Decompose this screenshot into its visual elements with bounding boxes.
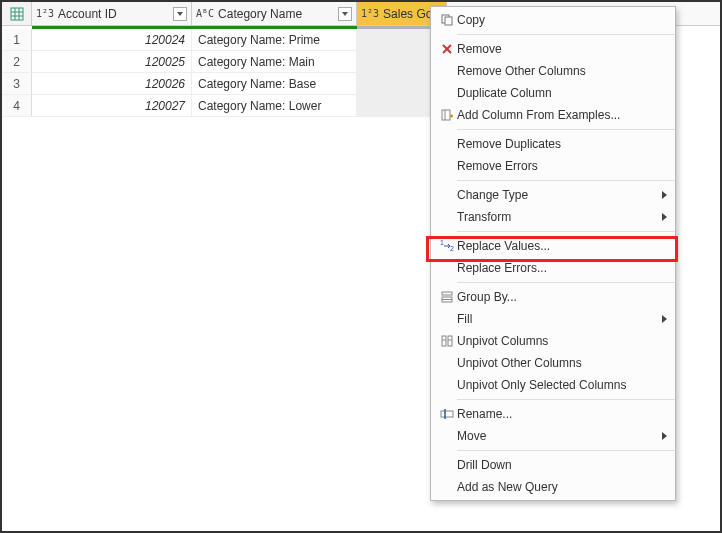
menu-add-as-new-query[interactable]: Add as New Query	[431, 476, 675, 498]
cell-account-id[interactable]: 120026	[32, 73, 192, 95]
menu-separator	[457, 129, 675, 130]
svg-rect-13	[442, 292, 452, 295]
add-column-icon	[437, 108, 457, 122]
svg-text:2: 2	[450, 245, 454, 252]
menu-group-by[interactable]: Group By...	[431, 286, 675, 308]
rename-icon	[437, 407, 457, 421]
cell-category[interactable]: Category Name: Base	[192, 73, 357, 95]
cell-sales-goal[interactable]	[357, 29, 439, 51]
column-header-category-name[interactable]: AᴮC Category Name	[192, 2, 357, 25]
menu-transform[interactable]: Transform	[431, 206, 675, 228]
remove-icon	[437, 43, 457, 55]
svg-rect-17	[448, 336, 452, 346]
menu-remove-errors[interactable]: Remove Errors	[431, 155, 675, 177]
row-number: 2	[2, 51, 32, 73]
menu-move[interactable]: Move	[431, 425, 675, 447]
cell-account-id[interactable]: 120027	[32, 95, 192, 117]
menu-separator	[457, 399, 675, 400]
filter-dropdown-icon[interactable]	[173, 7, 187, 21]
menu-remove-duplicates[interactable]: Remove Duplicates	[431, 133, 675, 155]
menu-change-type[interactable]: Change Type	[431, 184, 675, 206]
svg-text:1: 1	[440, 239, 444, 246]
table-corner-cell[interactable]	[2, 2, 32, 25]
menu-unpivot-other-columns[interactable]: Unpivot Other Columns	[431, 352, 675, 374]
menu-add-column-from-examples[interactable]: Add Column From Examples...	[431, 104, 675, 126]
number-type-icon: 1²3	[361, 8, 379, 19]
cell-category[interactable]: Category Name: Lower	[192, 95, 357, 117]
cell-sales-goal[interactable]	[357, 95, 439, 117]
svg-rect-9	[442, 110, 450, 120]
filter-dropdown-icon[interactable]	[338, 7, 352, 21]
menu-unpivot-columns[interactable]: Unpivot Columns	[431, 330, 675, 352]
svg-rect-0	[11, 8, 23, 20]
menu-drill-down[interactable]: Drill Down	[431, 454, 675, 476]
menu-separator	[457, 180, 675, 181]
cell-category[interactable]: Category Name: Main	[192, 51, 357, 73]
context-menu: Copy Remove Remove Other Columns Duplica…	[430, 6, 676, 501]
cell-account-id[interactable]: 120025	[32, 51, 192, 73]
text-type-icon: AᴮC	[196, 8, 214, 19]
menu-remove[interactable]: Remove	[431, 38, 675, 60]
replace-values-icon: 12	[437, 239, 457, 253]
menu-rename[interactable]: Rename...	[431, 403, 675, 425]
cell-category[interactable]: Category Name: Prime	[192, 29, 357, 51]
row-number: 1	[2, 29, 32, 51]
row-number: 4	[2, 95, 32, 117]
column-name: Account ID	[58, 7, 169, 21]
submenu-arrow-icon	[657, 210, 667, 224]
submenu-arrow-icon	[657, 188, 667, 202]
submenu-arrow-icon	[657, 312, 667, 326]
column-header-account-id[interactable]: 1²3 Account ID	[32, 2, 192, 25]
menu-remove-other-columns[interactable]: Remove Other Columns	[431, 60, 675, 82]
cell-account-id[interactable]: 120024	[32, 29, 192, 51]
menu-unpivot-only-selected[interactable]: Unpivot Only Selected Columns	[431, 374, 675, 396]
menu-separator	[457, 450, 675, 451]
svg-rect-6	[445, 17, 452, 25]
svg-rect-16	[442, 336, 446, 346]
menu-separator	[457, 231, 675, 232]
menu-separator	[457, 34, 675, 35]
column-name: Category Name	[218, 7, 334, 21]
svg-rect-20	[441, 411, 453, 417]
menu-duplicate-column[interactable]: Duplicate Column	[431, 82, 675, 104]
menu-fill[interactable]: Fill	[431, 308, 675, 330]
menu-copy[interactable]: Copy	[431, 9, 675, 31]
menu-replace-errors[interactable]: Replace Errors...	[431, 257, 675, 279]
number-type-icon: 1²3	[36, 8, 54, 19]
cell-sales-goal[interactable]	[357, 51, 439, 73]
cell-sales-goal[interactable]	[357, 73, 439, 95]
menu-separator	[457, 282, 675, 283]
table-icon	[10, 7, 24, 21]
menu-replace-values[interactable]: 12 Replace Values...	[431, 235, 675, 257]
unpivot-icon	[437, 334, 457, 348]
row-number: 3	[2, 73, 32, 95]
group-by-icon	[437, 290, 457, 304]
submenu-arrow-icon	[657, 429, 667, 443]
copy-icon	[437, 13, 457, 27]
